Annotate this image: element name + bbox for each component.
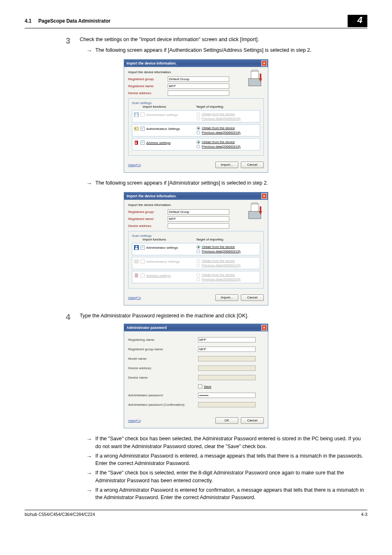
col-import-functions: Import functions (143, 105, 196, 109)
ok-button[interactable]: OK (215, 417, 238, 424)
radio-obtain-addr[interactable] (196, 140, 200, 144)
svg-rect-13 (251, 204, 258, 211)
label-auth-settings: Authentication Settings (146, 260, 180, 264)
import-button[interactable]: Import... (215, 162, 238, 168)
page-footer: bizhub C554/C454/C364/C284/C224 4-3 (25, 510, 367, 517)
admin-password-input[interactable]: •••••••• (198, 393, 256, 398)
label-registered-group-name: Registered group name: (128, 347, 198, 351)
radio-obtain-auth (196, 259, 200, 263)
arrow-icon: → (86, 179, 95, 188)
radio-obtain-addr (196, 273, 200, 277)
svg-rect-19 (134, 260, 138, 263)
radio-prev-admin (196, 117, 200, 120)
svg-rect-0 (249, 79, 261, 86)
radio-prev-addr[interactable] (196, 145, 200, 148)
radio-prev-addr (196, 278, 200, 281)
scan-settings-legend: Scan settings (131, 101, 153, 105)
help-link[interactable]: Help(F1) (128, 163, 141, 167)
radio-prev-auth[interactable] (196, 131, 200, 134)
scan-settings-group: Scan settings Import functions Target of… (128, 231, 264, 289)
registering-name-input[interactable]: MFP (198, 337, 256, 342)
model-name-input (198, 356, 256, 361)
section-number: 4.1 (25, 18, 32, 24)
save-checkbox[interactable] (198, 384, 202, 388)
svg-rect-12 (249, 211, 261, 219)
import-dialog-auth-addr: Import the device information. × Import … (124, 59, 268, 173)
registered-name-input[interactable]: MFP (168, 83, 229, 89)
person-icon (134, 112, 139, 117)
label-registered-name: Registered name: (128, 217, 168, 221)
chapter-badge: 4 (348, 15, 367, 27)
label-addr-settings: Address settings (146, 141, 171, 145)
admin-password-dialog: Administrator password × Registering nam… (124, 324, 268, 428)
help-link[interactable]: Help(F1) (128, 419, 141, 423)
close-icon[interactable]: × (261, 193, 267, 199)
titlebar: Administrator password × (124, 324, 268, 331)
card-icon (134, 259, 139, 264)
titlebar: Import the device information. × (124, 192, 268, 200)
label-device-address: Device address: (128, 91, 168, 95)
dialog-title: Administrator password (127, 326, 167, 330)
svg-point-5 (136, 113, 137, 115)
step4-notes: →If the "Save" check box has been select… (86, 435, 367, 502)
scan-settings-group: Scan settings Import functions Target of… (128, 98, 264, 156)
device-address-input (198, 365, 256, 371)
row-administrator-settings: Administrator settings Obtain from the d… (132, 110, 260, 123)
arrow-icon: → (86, 469, 95, 478)
checkbox-auth (141, 259, 145, 264)
import-dialog-admin: Import the device information. × Import … (124, 192, 268, 305)
svg-rect-8 (135, 128, 136, 129)
label-device-address: Device address: (128, 224, 168, 228)
close-icon[interactable]: × (261, 60, 267, 66)
device-name-input (198, 375, 256, 380)
row-authentication-settings: ✓ Authentication Settings Obtain from th… (132, 124, 260, 136)
svg-marker-2 (251, 69, 258, 71)
cancel-button[interactable]: Cancel (241, 417, 264, 424)
person-icon (134, 245, 139, 250)
dialog-caption: Import the device information. (128, 70, 264, 74)
label-registering-name: Registering name: (128, 338, 198, 342)
help-link[interactable]: Help(F1) (128, 296, 141, 300)
registered-name-input[interactable]: MFP (168, 216, 229, 222)
radio-obtain-auth[interactable] (196, 126, 200, 130)
label-registered-group: Registered group: (128, 210, 168, 214)
radio-obtain-admin[interactable] (196, 245, 200, 249)
printer-icon (247, 69, 265, 88)
step-3: 3 Check the settings on the "Import devi… (66, 36, 367, 45)
device-address-input[interactable] (168, 90, 229, 96)
step-number: 3 (66, 36, 80, 45)
checkbox-addr (141, 273, 145, 278)
checkbox-admin[interactable]: ✓ (141, 245, 145, 250)
label-admin-settings: Administrator settings (146, 113, 178, 117)
radio-prev-admin[interactable] (196, 250, 200, 253)
step-4: 4 Type the Administrator Password regist… (66, 312, 367, 321)
label-auth-settings: Authentication Settings (146, 127, 180, 131)
svg-rect-1 (251, 71, 258, 79)
cancel-button[interactable]: Cancel (241, 294, 264, 301)
registered-group-input[interactable]: Default Group (168, 76, 229, 82)
label-model-name: Model name: (128, 357, 198, 361)
svg-rect-18 (135, 248, 138, 250)
device-address-input[interactable] (168, 223, 229, 229)
book-icon (134, 273, 139, 278)
admin-password-confirm-input[interactable] (198, 402, 256, 407)
checkbox-auth[interactable]: ✓ (141, 127, 145, 131)
step-text: Type the Administrator Password register… (80, 312, 249, 320)
row-administrator-settings: ✓ Administrator settings Obtain from the… (132, 243, 260, 255)
label-admin-password-confirm: Administrator password (Confirmation): (128, 403, 198, 407)
label-device-address: Device address: (128, 366, 198, 370)
registered-group-name-input[interactable]: MFP (198, 347, 256, 352)
svg-rect-11 (136, 143, 137, 144)
cancel-button[interactable]: Cancel (241, 162, 264, 168)
label-device-name: Device name: (128, 376, 198, 379)
registered-group-input[interactable]: Default Group (168, 209, 229, 215)
dialog-title: Import the device information. (127, 61, 177, 65)
checkbox-addr[interactable]: ✓ (141, 141, 145, 145)
svg-rect-6 (135, 115, 138, 117)
import-button[interactable]: Import... (215, 294, 238, 301)
printer-icon (247, 202, 265, 221)
close-icon[interactable]: × (261, 325, 267, 331)
dialog-caption: Import the device information. (128, 203, 264, 207)
step-text: Check the settings on the "Import device… (80, 36, 259, 44)
step3-note-1: → The following screen appears if [Authe… (86, 46, 367, 55)
